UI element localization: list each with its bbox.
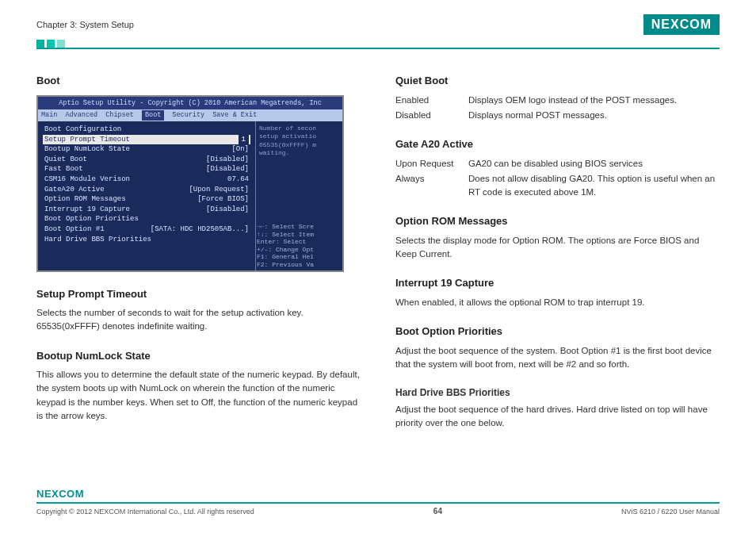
bios-tab: Security (172, 110, 204, 121)
bios-tabs: Main Advanced Chipset Boot Security Save… (38, 109, 342, 121)
section-gatea20: Gate A20 Active (395, 136, 720, 152)
bios-hint-bottom: →←: Select Scre↑↓: Select ItemEnter: Sel… (257, 223, 339, 269)
kv-key: Enabled (395, 94, 468, 107)
kv-key: Disabled (395, 109, 468, 122)
brand-logo: NEXCOM (643, 14, 720, 35)
footer: Copyright © 2012 NEXCOM International Co… (36, 502, 720, 516)
accent-square (57, 40, 65, 48)
bios-tab: Chipset (105, 110, 134, 121)
kv-row: Disabled Displays normal POST messages. (395, 109, 720, 122)
bios-items: Boot ConfigurationSetup Prompt Timeout1B… (38, 121, 255, 272)
bios-item: GateA20 Active[Upon Request] (43, 185, 250, 195)
accent-square (47, 40, 55, 48)
hdd-desc: Adjust the boot sequence of the hard dri… (395, 403, 720, 431)
bios-tab: Save & Exit (212, 110, 257, 121)
int19-desc: When enabled, it allows the optional ROM… (395, 296, 720, 309)
brand-logo-text: NEXCOM (651, 17, 712, 32)
bios-item: Bootup NumLock State[On] (43, 144, 250, 155)
section-bootprio: Boot Option Priorities (395, 324, 720, 339)
bios-tab: Advanced (65, 110, 97, 121)
bios-item: Option ROM Messages[Force BIOS] (43, 194, 250, 205)
bootprio-desc: Adjust the boot sequence of the system. … (395, 344, 720, 372)
bios-help: Number of seconsetup activatio65535(0xFF… (255, 121, 342, 272)
numlock-desc: This allows you to determine the default… (36, 368, 361, 423)
chapter-label: Chapter 3: System Setup (36, 20, 134, 29)
kv-val: Does not allow disabling GA20. This opti… (468, 172, 720, 200)
right-column: Quiet Boot Enabled Displays OEM logo ins… (395, 71, 720, 432)
bios-item: Fast Boot[Disabled] (43, 164, 250, 174)
bios-item: Setup Prompt Timeout1 (43, 135, 250, 145)
accent-square (36, 40, 44, 48)
kv-val: Displays normal POST messages. (468, 109, 720, 122)
bios-tab-selected: Boot (142, 110, 164, 121)
section-boot: Boot (36, 73, 361, 89)
doc-title: NViS 6210 / 6220 User Manual (621, 508, 720, 516)
header-rule (36, 40, 720, 49)
kv-val: Displays OEM logo instead of the POST me… (468, 94, 720, 107)
section-numlock: Bootup NumLock State (36, 348, 361, 364)
bios-item: Hard Drive BBS Priorities (43, 235, 250, 245)
kv-key: Upon Request (395, 157, 468, 171)
bios-item: Interrupt 19 Capture[Disabled] (43, 205, 250, 215)
bios-item: Boot Option Priorities (43, 214, 250, 224)
section-int19: Interrupt 19 Capture (395, 275, 720, 291)
section-hdd-bbs: Hard Drive BBS Priorities (395, 385, 720, 400)
optrom-desc: Selects the display mode for Option ROM.… (395, 234, 720, 262)
bios-title: Aptio Setup Utility - Copyright (C) 2010… (38, 97, 342, 110)
left-column: Boot Aptio Setup Utility - Copyright (C)… (36, 71, 361, 432)
section-setup-prompt: Setup Prompt Timeout (36, 286, 361, 302)
bios-item: Boot Option #1[SATA: HDC HD2505AB...] (43, 224, 250, 235)
bios-tab: Main (41, 110, 57, 121)
section-quiet-boot: Quiet Boot (395, 73, 720, 89)
footer-logo: NEXCOM (36, 488, 84, 500)
bios-screenshot: Aptio Setup Utility - Copyright (C) 2010… (36, 95, 344, 272)
setup-prompt-desc: Selects the number of seconds to wait fo… (36, 306, 361, 334)
copyright: Copyright © 2012 NEXCOM International Co… (36, 508, 254, 516)
bios-item: Boot Configuration (43, 125, 250, 135)
kv-row: Enabled Displays OEM logo instead of the… (395, 94, 720, 107)
kv-row: Always Does not allow disabling GA20. Th… (395, 172, 720, 200)
bios-item: CSM16 Module Verison07.64 (43, 174, 250, 185)
kv-row: Upon Request GA20 can be disabled using … (395, 157, 720, 171)
kv-val: GA20 can be disabled using BIOS services (468, 157, 720, 171)
bios-item: Quiet Boot[Disabled] (43, 155, 250, 165)
section-optrom: Option ROM Messages (395, 213, 720, 229)
kv-key: Always (395, 172, 468, 200)
page-number: 64 (433, 507, 442, 516)
bios-hint-top: Number of seconsetup activatio65535(0xFF… (259, 125, 339, 158)
